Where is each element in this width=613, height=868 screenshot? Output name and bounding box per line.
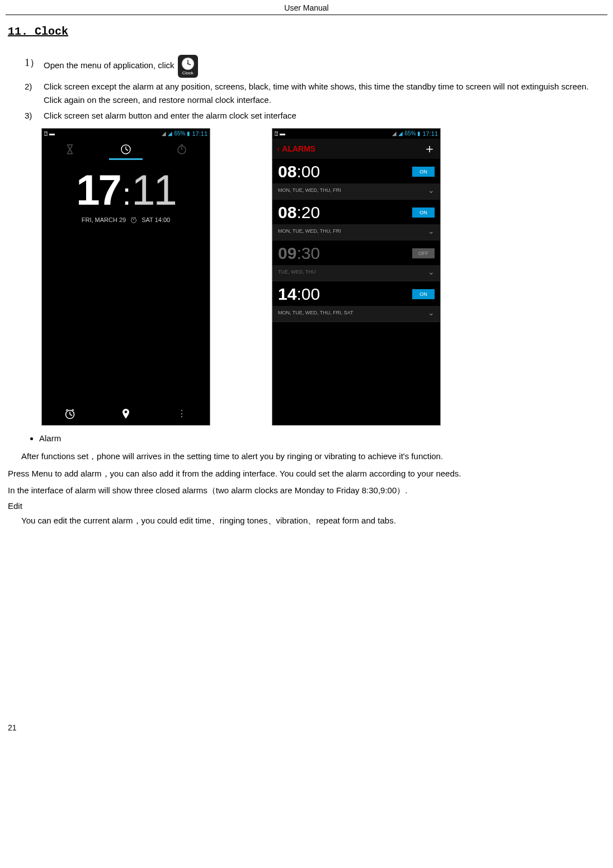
pin-icon [121, 408, 131, 420]
screenshot-clock-main: ⍰ ▬ ◢ ◢ 65% ▮ 17:11 [41, 128, 210, 426]
signal-icon-1: ◢ [392, 130, 397, 136]
step-2: 2) Click screen except the alarm at any … [25, 80, 605, 107]
para-3: In the interface of alarm will show thre… [8, 483, 605, 499]
step-1-number: 1） [25, 55, 40, 71]
edit-heading: Edit [8, 501, 605, 511]
menu-dots-icon: ⋮ [177, 408, 186, 419]
alarm-list-button[interactable] [42, 403, 98, 425]
alarm-days-text: TUE, WED, THU [278, 269, 315, 275]
main-clock-minutes: 11 [131, 166, 176, 214]
status-time: 17:11 [192, 130, 208, 137]
alarm-days-text: MON, TUE, WED, THU, FRI [278, 187, 341, 193]
battery-percent: 65% [174, 130, 185, 136]
para-1: After functions set，phone will arrives i… [8, 449, 605, 465]
alarm-time: 08:00 [278, 162, 412, 181]
svg-line-7 [126, 149, 128, 150]
svg-point-20 [125, 411, 128, 413]
svg-line-17 [70, 414, 72, 416]
battery-percent: 65% [404, 130, 416, 136]
alarm-days-text: MON, TUE, WED, THU, FRI [278, 228, 341, 234]
alarms-title: ALARMS [282, 144, 423, 153]
screenshot-alarms-list: ⍰ ▬ ◢ ◢ 65% ▮ 17:11 ‹ ALARMS ＋ 08:00ONMO… [272, 128, 441, 426]
tab-clock[interactable] [98, 139, 154, 160]
alarm-days[interactable]: MON, TUE, WED, THU, FRI, SAT⌄ [272, 306, 440, 322]
step-1-text-a: Open the menu of application, click [44, 60, 174, 70]
step-2-text: Click screen except the alarm at any pos… [44, 82, 589, 105]
battery-icon: ▬ [280, 130, 285, 136]
alarm-time: 09:30 [278, 244, 412, 263]
chevron-down-icon: ⌄ [428, 186, 435, 195]
clock-icon-label: Clock [180, 70, 196, 77]
stopwatch-icon [176, 144, 187, 155]
alarm-days-text: MON, TUE, WED, THU, FRI, SAT [278, 310, 353, 315]
alarm-row[interactable]: 14:00ON [272, 281, 440, 306]
status-bar-2: ⍰ ▬ ◢ ◢ 65% ▮ 17:11 [272, 129, 440, 139]
debug-icon: ⍰ [44, 130, 48, 136]
alarm-days[interactable]: MON, TUE, WED, THU, FRI⌄ [272, 224, 440, 240]
alarm-toggle[interactable]: ON [412, 289, 435, 299]
page-header: User Manual [6, 0, 607, 15]
menu-button[interactable]: ⋮ [154, 403, 210, 425]
alarm-toggle[interactable]: ON [412, 207, 435, 218]
alarm-days[interactable]: TUE, WED, THU⌄ [272, 265, 440, 281]
battery-fill-icon: ▮ [417, 130, 421, 136]
signal-icon-2: ◢ [168, 130, 172, 136]
step-1: 1） Open the menu of application, click C… [25, 55, 605, 78]
clock-tab-icon [120, 144, 131, 155]
page-number: 21 [8, 723, 17, 732]
alarm-time: 08:20 [278, 203, 412, 222]
main-clock-time: 17:11 [42, 166, 210, 214]
tab-timer[interactable] [42, 139, 98, 160]
alarm-row[interactable]: 08:20ON [272, 200, 440, 224]
para-2: Press Menu to add alarm，you can also add… [8, 466, 605, 482]
alarm-time: 14:00 [278, 285, 412, 304]
step-3-number: 3) [25, 109, 32, 122]
next-alarm-text: SAT 14:00 [142, 216, 170, 223]
location-button[interactable] [98, 403, 154, 425]
bullet-alarm: Alarm [39, 431, 605, 446]
alarm-toggle[interactable]: OFF [412, 248, 435, 258]
back-icon[interactable]: ‹ [277, 144, 280, 154]
svg-point-4 [187, 63, 188, 65]
battery-fill-icon: ▮ [187, 130, 190, 136]
debug-icon: ⍰ [275, 130, 278, 136]
clock-tabs [42, 139, 210, 160]
alarm-days[interactable]: MON, TUE, WED, THU, FRI⌄ [272, 183, 440, 200]
para-4: You can edit the current alarm，you could… [8, 513, 605, 529]
clock-app-icon: Clock [178, 55, 198, 78]
step-2-number: 2) [25, 80, 32, 93]
alarm-toggle[interactable]: ON [412, 167, 435, 177]
chevron-down-icon: ⌄ [428, 308, 435, 317]
hourglass-icon [65, 143, 75, 155]
battery-icon: ▬ [49, 130, 55, 136]
signal-icon-2: ◢ [398, 130, 403, 136]
tab-stopwatch[interactable] [154, 139, 210, 160]
chevron-down-icon: ⌄ [428, 267, 435, 276]
status-time: 17:11 [422, 130, 438, 137]
step-3: 3) Click screen set alarm button and ent… [25, 109, 605, 122]
section-title: 11. Clock [8, 25, 605, 38]
alarm-row[interactable]: 08:00ON [272, 159, 440, 183]
alarm-list-icon [64, 408, 76, 420]
svg-line-19 [72, 409, 74, 411]
chevron-down-icon: ⌄ [428, 227, 435, 235]
main-clock-hours: 17 [76, 166, 120, 214]
step-3-text: Click screen set alarm button and enter … [44, 111, 296, 120]
add-alarm-button[interactable]: ＋ [423, 140, 436, 157]
main-clock-date: FRI, MARCH 29 [82, 216, 126, 223]
status-bar: ⍰ ▬ ◢ ◢ 65% ▮ 17:11 [42, 129, 210, 139]
alarm-indicator-icon [130, 216, 137, 223]
signal-icon-1: ◢ [162, 130, 166, 136]
alarm-row[interactable]: 09:30OFF [272, 240, 440, 265]
svg-line-18 [66, 409, 68, 411]
